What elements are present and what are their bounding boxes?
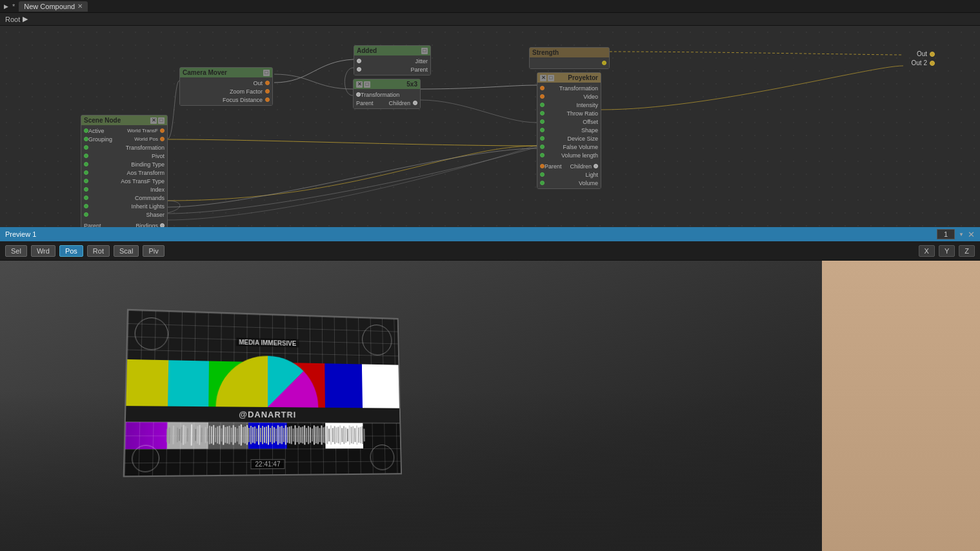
- node-scene-close[interactable]: ✕: [150, 117, 157, 124]
- svg-rect-51: [268, 425, 269, 445]
- port-aos-transf-type[interactable]: [84, 179, 88, 183]
- svg-rect-17: [201, 428, 202, 443]
- proj-throw[interactable]: [540, 111, 545, 115]
- test-card-container: MEDIA IMMERSIVE: [123, 309, 402, 477]
- svg-rect-28: [223, 425, 224, 445]
- wrd-button[interactable]: Wrd: [31, 245, 55, 257]
- svg-rect-30: [226, 426, 228, 444]
- node-strength[interactable]: Strength: [529, 47, 610, 69]
- proj-volume[interactable]: [540, 181, 545, 185]
- preview-close-btn[interactable]: ✕: [968, 230, 975, 239]
- svg-rect-94: [349, 426, 350, 445]
- svg-rect-11: [189, 426, 190, 445]
- port-children-out[interactable]: [413, 101, 417, 105]
- svg-rect-77: [317, 426, 319, 444]
- sel-button[interactable]: Sel: [5, 245, 27, 257]
- port-focus[interactable]: [265, 97, 270, 102]
- svg-rect-52: [270, 428, 271, 442]
- pos-button[interactable]: Pos: [59, 245, 83, 257]
- danartri-label: @DANARTRI: [126, 406, 399, 423]
- breadcrumb-root[interactable]: Root: [5, 15, 20, 23]
- node-scene-title: Scene Node: [84, 117, 121, 124]
- tab[interactable]: New Compound ✕: [19, 1, 88, 12]
- svg-rect-60: [285, 425, 286, 445]
- port-inherit-lights[interactable]: [84, 204, 88, 208]
- svg-rect-87: [336, 427, 337, 443]
- port-shaser[interactable]: [84, 212, 88, 217]
- port-parent-in[interactable]: [357, 67, 361, 72]
- proj-video[interactable]: [540, 94, 545, 99]
- proj-volume-length[interactable]: [540, 153, 545, 157]
- 3d-viewport[interactable]: MEDIA IMMERSIVE: [0, 261, 980, 551]
- proj-false-volume[interactable]: [540, 145, 545, 149]
- proj-offset[interactable]: [540, 119, 545, 124]
- port-bindings-out[interactable]: [160, 223, 165, 227]
- node-5x3-close[interactable]: ✕: [356, 81, 363, 88]
- rot-button[interactable]: Rot: [87, 245, 110, 257]
- proj-intensity[interactable]: [540, 103, 545, 107]
- svg-rect-93: [347, 428, 348, 441]
- svg-rect-101: [362, 426, 363, 445]
- breadcrumb-bar: Root ▶: [0, 13, 980, 26]
- out1-port[interactable]: [930, 52, 935, 57]
- preview-bar: Preview 1 ▼ ✕: [0, 227, 980, 241]
- node-proj-close[interactable]: ✕: [540, 75, 546, 81]
- title-bar: ▶ * New Compound ✕: [0, 0, 980, 13]
- y-button[interactable]: Y: [939, 245, 955, 257]
- node-scene[interactable]: Scene Node ✕ □ Active World TransF Group…: [81, 115, 168, 227]
- svg-rect-29: [225, 427, 226, 443]
- svg-rect-42: [250, 426, 252, 444]
- node-camera[interactable]: Camera Mover □ Out Zoom Factor Focus Dis…: [179, 67, 273, 106]
- out2-port[interactable]: [930, 61, 935, 66]
- port-transform-in[interactable]: [356, 92, 361, 97]
- port-jitter-label: Jitter: [415, 58, 428, 65]
- node-5x3-header: ✕ □ 5x3: [354, 79, 420, 89]
- node-editor[interactable]: Added □ Jitter Parent Camera Mover □: [0, 26, 980, 227]
- port-focus-label: Focus Distance: [223, 97, 263, 103]
- svg-rect-61: [287, 427, 288, 443]
- port-strength-out[interactable]: [602, 61, 606, 65]
- timestamp: 22:41:47: [250, 459, 285, 470]
- z-button[interactable]: Z: [959, 245, 975, 257]
- svg-rect-67: [298, 426, 299, 444]
- port-active[interactable]: [84, 128, 88, 133]
- proj-parent-in[interactable]: [540, 164, 545, 168]
- viewport-right-panel: [822, 261, 980, 551]
- node-proj-collapse[interactable]: □: [548, 75, 554, 81]
- port-grouping[interactable]: [84, 137, 88, 141]
- port-aos-transform[interactable]: [84, 170, 88, 175]
- port-index[interactable]: [84, 187, 88, 192]
- node-added-title: Added: [357, 47, 377, 54]
- node-added-collapse[interactable]: □: [421, 48, 428, 54]
- port-binding-type[interactable]: [84, 162, 88, 166]
- port-zoom[interactable]: [265, 89, 270, 94]
- port-worldtransf[interactable]: [160, 128, 165, 133]
- svg-rect-45: [256, 428, 257, 441]
- port-transformation[interactable]: [84, 145, 88, 150]
- preview-number-input[interactable]: [937, 229, 955, 239]
- node-scene-collapse[interactable]: □: [158, 117, 165, 124]
- svg-rect-23: [213, 425, 214, 445]
- port-pivot[interactable]: [84, 154, 88, 158]
- proj-device-size[interactable]: [540, 136, 545, 141]
- proj-shape[interactable]: [540, 128, 545, 132]
- scal-button[interactable]: Scal: [114, 245, 139, 257]
- close-icon[interactable]: ✕: [77, 3, 83, 10]
- node-5x3[interactable]: ✕ □ 5x3 Transformation Parent Children: [353, 79, 421, 109]
- piv-button[interactable]: Piv: [143, 245, 164, 257]
- x-button[interactable]: X: [919, 245, 935, 257]
- proj-children-out[interactable]: [594, 164, 598, 168]
- svg-rect-49: [264, 427, 265, 443]
- node-proyektor[interactable]: ✕ □ Proyektor Transformation Video Inten…: [537, 72, 601, 189]
- proj-light[interactable]: [540, 172, 545, 177]
- dropdown-arrow[interactable]: ▼: [959, 232, 964, 237]
- port-commands[interactable]: [84, 195, 88, 200]
- play-icon[interactable]: ▶: [4, 3, 8, 10]
- port-worldpos[interactable]: [160, 137, 165, 141]
- proj-transformation[interactable]: [540, 86, 545, 90]
- port-out[interactable]: [265, 81, 270, 85]
- node-added[interactable]: Added □ Jitter Parent: [354, 45, 431, 75]
- node-camera-collapse[interactable]: □: [263, 70, 270, 76]
- port-jitter-in[interactable]: [357, 59, 361, 63]
- node-5x3-collapse[interactable]: □: [364, 81, 370, 88]
